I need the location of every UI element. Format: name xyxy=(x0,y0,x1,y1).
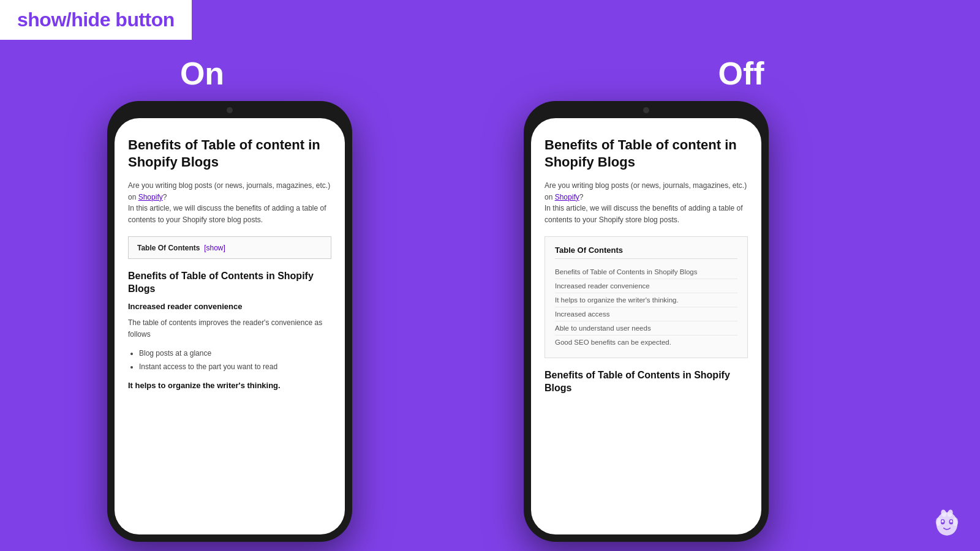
phone-on: Benefits of Table of content in Shopify … xyxy=(107,101,352,542)
svg-point-5 xyxy=(936,517,941,526)
left-section3-heading: It helps to organize the writer's thinki… xyxy=(128,381,331,390)
phone-off-shell: Benefits of Table of content in Shopify … xyxy=(524,101,769,542)
bullet-item-1: Blog posts at a glance xyxy=(139,347,331,361)
screen-off: Benefits of Table of content in Shopify … xyxy=(531,118,761,534)
toc-item-0[interactable]: Benefits of Table of Contents in Shopify… xyxy=(555,265,737,279)
toc-show-link[interactable]: [show] xyxy=(204,244,225,252)
toc-collapsed-box: Table Of Contents [show] xyxy=(128,236,331,259)
right-section1-heading: Benefits of Table of Contents in Shopify… xyxy=(545,369,748,395)
off-label: Off xyxy=(502,55,980,92)
screen-off-content: Benefits of Table of content in Shopify … xyxy=(531,118,761,534)
left-article-title: Benefits of Table of content in Shopify … xyxy=(128,137,331,170)
screen-on: Benefits of Table of content in Shopify … xyxy=(115,118,345,534)
shopify-link-right[interactable]: Shopify xyxy=(555,193,579,201)
toc-expanded-box: Table Of Contents Benefits of Table of C… xyxy=(545,236,748,358)
left-section2-heading: Increased reader convenience xyxy=(128,302,331,311)
toc-item-4[interactable]: Able to understand user needs xyxy=(555,321,737,335)
toc-item-5[interactable]: Good SEO benefits can be expected. xyxy=(555,335,737,349)
phone-on-shell: Benefits of Table of content in Shopify … xyxy=(107,101,352,542)
left-intro: Are you writing blog posts (or news, jou… xyxy=(128,180,331,225)
phone-off: Benefits of Table of content in Shopify … xyxy=(524,101,769,542)
on-label: On xyxy=(0,55,404,92)
left-bullet-list: Blog posts at a glance Instant access to… xyxy=(128,347,331,373)
toc-full-title: Table Of Contents xyxy=(555,246,737,259)
right-intro: Are you writing blog posts (or news, jou… xyxy=(545,180,748,225)
svg-point-6 xyxy=(953,517,959,526)
left-section1-heading: Benefits of Table of Contents in Shopify… xyxy=(128,270,331,296)
svg-point-3 xyxy=(941,520,943,522)
right-article-title: Benefits of Table of content in Shopify … xyxy=(545,137,748,170)
toc-item-3[interactable]: Increased access xyxy=(555,307,737,321)
shopify-link-left[interactable]: Shopify xyxy=(138,193,163,201)
mascot-icon xyxy=(931,507,963,539)
toc-collapsed-label: Table Of Contents [show] xyxy=(137,244,225,252)
badge-title: show/hide button xyxy=(17,9,175,31)
left-section2-body: The table of contents improves the reade… xyxy=(128,317,331,340)
bullet-item-2: Instant access to the part you want to r… xyxy=(139,361,331,374)
svg-point-4 xyxy=(950,520,952,522)
title-badge: show/hide button xyxy=(0,0,192,40)
toc-item-1[interactable]: Increased reader convenience xyxy=(555,279,737,293)
toc-item-2[interactable]: It helps to organize the writer's thinki… xyxy=(555,293,737,307)
screen-on-content: Benefits of Table of content in Shopify … xyxy=(115,118,345,534)
